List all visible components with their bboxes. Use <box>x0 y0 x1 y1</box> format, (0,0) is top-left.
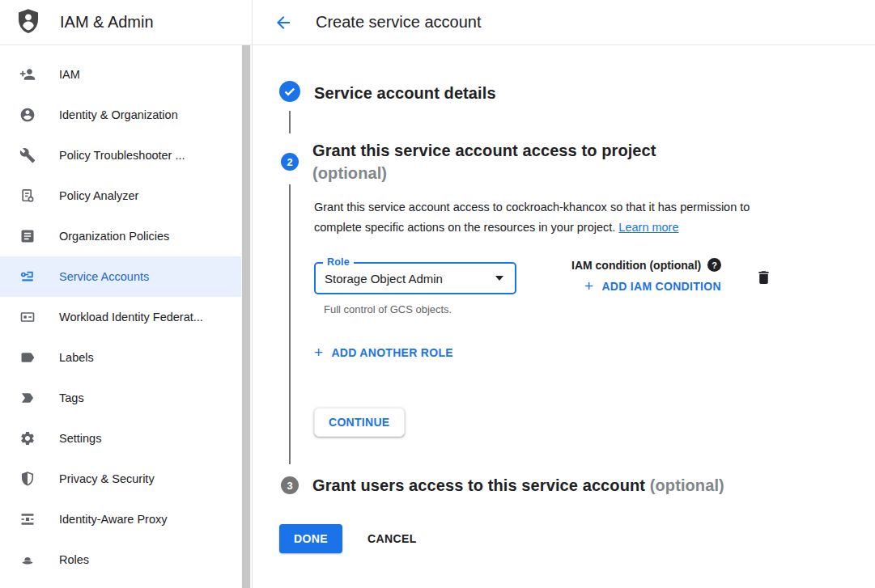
person-add-icon <box>19 66 36 82</box>
role-select[interactable]: Role Storage Object Admin <box>314 262 516 294</box>
step2-body: Grant this service account access to coc… <box>289 184 875 464</box>
cancel-button[interactable]: CANCEL <box>367 532 417 545</box>
page-topbar: Create service account <box>253 0 875 45</box>
sidebar-item-label: Policy Analyzer <box>59 189 138 202</box>
step3-number-badge: 3 <box>281 476 299 494</box>
sidebar-scrollbar-track <box>241 45 251 588</box>
sidebar-item-identity-aware-proxy[interactable]: Identity-Aware Proxy <box>0 499 241 539</box>
step3-optional-text: (optional) <box>650 476 724 494</box>
sidebar-item-privacy-security[interactable]: Privacy & Security <box>0 459 241 499</box>
iam-condition-label: IAM condition (optional) <box>571 259 701 272</box>
step2-number-badge: 2 <box>281 153 299 171</box>
sidebar-item-label: Identity-Aware Proxy <box>59 513 168 526</box>
step2-title: Grant this service account access to pro… <box>312 139 656 184</box>
sidebar-item-label: Organization Policies <box>59 230 169 243</box>
sidebar-item-identity-organization[interactable]: Identity & Organization <box>0 95 241 135</box>
iam-admin-sidebar: IAM Identity & Organization Policy Troub… <box>0 45 253 588</box>
role-field-group: Role Storage Object Admin Full control o… <box>314 262 516 315</box>
back-arrow-icon[interactable] <box>273 12 294 33</box>
tag-arrow-icon <box>19 390 36 406</box>
sidebar-item-label: Roles <box>59 553 89 566</box>
iam-shield-logo-icon <box>15 6 42 39</box>
step1-complete-check-icon <box>279 81 300 105</box>
sidebar-item-label: Identity & Organization <box>59 108 178 121</box>
sidebar-item-settings[interactable]: Settings <box>0 418 241 459</box>
step2-description: Grant this service account access to coc… <box>314 197 793 238</box>
sidebar-item-label: Privacy & Security <box>59 472 155 485</box>
sidebar-item-label: Settings <box>59 432 101 445</box>
step2-optional-text: (optional) <box>312 162 656 184</box>
sidebar-item-labels[interactable]: Labels <box>0 337 241 378</box>
add-iam-condition-button[interactable]: + ADD IAM CONDITION <box>584 278 721 294</box>
help-icon[interactable]: ? <box>707 258 721 272</box>
step3-header: 3 Grant users access to this service acc… <box>279 474 875 497</box>
iam-create-service-account-page: IAM & Admin Create service account IAM I… <box>0 0 875 588</box>
plus-icon: + <box>584 278 593 294</box>
add-another-role-button[interactable]: + ADD ANOTHER ROLE <box>314 345 453 360</box>
sidebar-item-organization-policies[interactable]: Organization Policies <box>0 216 241 256</box>
add-iam-condition-label: ADD IAM CONDITION <box>601 280 720 293</box>
step-connector-line <box>289 111 291 133</box>
role-selected-value: Storage Object Admin <box>325 272 443 286</box>
iam-condition-group: IAM condition (optional) ? + ADD IAM CON… <box>571 258 721 294</box>
plus-icon: + <box>314 345 323 360</box>
create-service-account-form: Service account details 2 Grant this ser… <box>253 45 875 588</box>
sidebar-item-label: Policy Troubleshooter ... <box>59 149 185 162</box>
product-title: IAM & Admin <box>60 13 154 32</box>
hat-icon <box>19 552 36 568</box>
proxy-icon <box>19 511 36 527</box>
role-helper-text: Full control of GCS objects. <box>314 303 516 315</box>
step2-title-text: Grant this service account access to pro… <box>312 142 656 159</box>
iam-condition-header: IAM condition (optional) ? <box>571 258 721 272</box>
sidebar-item-iam[interactable]: IAM <box>0 54 241 95</box>
sidebar-item-policy-troubleshooter[interactable]: Policy Troubleshooter ... <box>0 135 241 176</box>
brand-header: IAM & Admin <box>0 0 253 45</box>
step3-title: Grant users access to this service accou… <box>312 474 724 497</box>
sidebar-scrollbar-handle[interactable] <box>242 45 250 588</box>
continue-button[interactable]: CONTINUE <box>314 408 405 437</box>
delete-role-button[interactable] <box>755 269 772 289</box>
sidebar-item-label: IAM <box>59 68 80 81</box>
step1-title: Service account details <box>314 82 496 104</box>
sidebar-item-service-accounts[interactable]: Service Accounts <box>0 256 241 297</box>
trash-icon <box>755 269 772 286</box>
sidebar-item-label: Service Accounts <box>59 270 149 283</box>
done-button[interactable]: DONE <box>279 524 342 553</box>
service-account-key-icon <box>19 269 36 285</box>
document-gear-icon <box>19 188 36 204</box>
dropdown-caret-icon <box>495 276 503 281</box>
shield-icon <box>19 471 36 487</box>
sidebar-item-roles[interactable]: Roles <box>0 539 241 580</box>
role-field-label: Role <box>323 256 354 268</box>
badge-card-icon <box>19 309 36 325</box>
role-row: Role Storage Object Admin Full control o… <box>314 262 875 315</box>
sidebar-item-policy-analyzer[interactable]: Policy Analyzer <box>0 176 241 216</box>
add-another-role-label: ADD ANOTHER ROLE <box>331 346 453 359</box>
article-icon <box>19 228 36 244</box>
wrench-icon <box>19 147 36 163</box>
step1-header: Service account details <box>279 81 875 105</box>
sidebar-item-label: Workload Identity Federat... <box>59 311 203 324</box>
page-title: Create service account <box>316 13 482 32</box>
step2-header: 2 Grant this service account access to p… <box>279 139 875 184</box>
step3-title-text: Grant users access to this service accou… <box>312 476 645 494</box>
sidebar-item-workload-identity-federation[interactable]: Workload Identity Federat... <box>0 297 241 337</box>
form-actions: DONE CANCEL <box>279 524 875 553</box>
gear-icon <box>19 430 36 446</box>
sidebar-item-label: Tags <box>59 391 84 404</box>
sidebar-item-label: Labels <box>59 351 94 364</box>
step2-description-text: Grant this service account access to coc… <box>314 201 750 234</box>
label-tag-icon <box>19 349 36 366</box>
account-circle-icon <box>19 107 36 123</box>
sidebar-item-tags[interactable]: Tags <box>0 378 241 418</box>
learn-more-link[interactable]: Learn more <box>618 221 678 234</box>
